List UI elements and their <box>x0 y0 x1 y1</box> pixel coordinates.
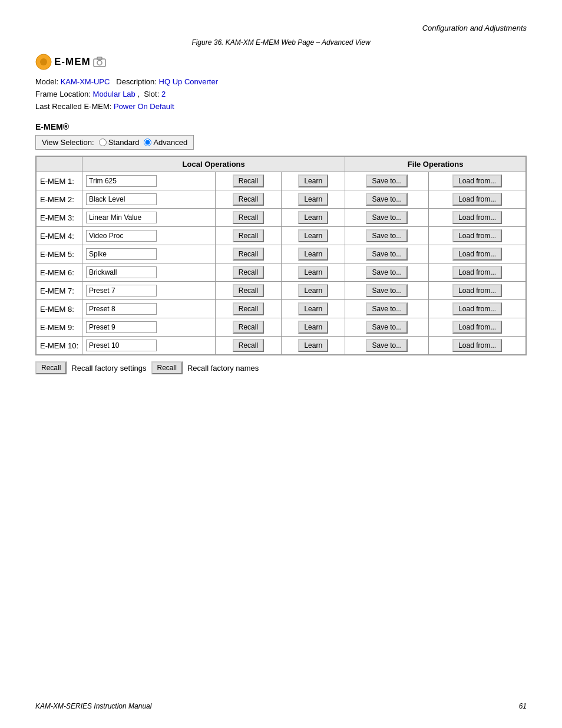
learn-cell-10[interactable]: Learn <box>282 337 345 355</box>
save-button-5[interactable]: Save to... <box>366 248 408 261</box>
learn-button-7[interactable]: Learn <box>298 284 328 297</box>
learn-cell-9[interactable]: Learn <box>282 318 345 337</box>
save-button-9[interactable]: Save to... <box>366 321 408 334</box>
emem-name-cell-4[interactable] <box>82 227 216 245</box>
recall-factory-settings-button[interactable]: Recall <box>35 361 67 374</box>
learn-button-8[interactable]: Learn <box>298 302 328 315</box>
load-cell-8[interactable]: Load from... <box>429 300 526 318</box>
load-cell-7[interactable]: Load from... <box>429 282 526 300</box>
recall-button-5[interactable]: Recall <box>233 248 264 261</box>
emem-name-cell-2[interactable] <box>82 190 216 209</box>
save-cell-1[interactable]: Save to... <box>345 172 429 190</box>
emem-name-input-7[interactable] <box>86 285 157 297</box>
radio-advanced[interactable]: Advanced <box>144 138 187 147</box>
load-button-9[interactable]: Load from... <box>452 321 502 334</box>
recall-button-8[interactable]: Recall <box>233 302 264 315</box>
emem-name-input-4[interactable] <box>86 230 157 242</box>
learn-cell-5[interactable]: Learn <box>282 245 345 263</box>
learn-cell-4[interactable]: Learn <box>282 227 345 245</box>
emem-name-cell-5[interactable] <box>82 245 216 263</box>
load-cell-6[interactable]: Load from... <box>429 263 526 282</box>
load-cell-5[interactable]: Load from... <box>429 245 526 263</box>
recall-button-2[interactable]: Recall <box>233 193 264 206</box>
recall-cell-2[interactable]: Recall <box>215 190 282 209</box>
emem-name-input-8[interactable] <box>86 303 157 315</box>
learn-button-5[interactable]: Learn <box>298 248 328 261</box>
learn-button-9[interactable]: Learn <box>298 321 328 334</box>
learn-cell-8[interactable]: Learn <box>282 300 345 318</box>
recall-button-10[interactable]: Recall <box>233 339 264 352</box>
emem-name-cell-8[interactable] <box>82 300 216 318</box>
save-button-6[interactable]: Save to... <box>366 266 408 279</box>
recall-cell-9[interactable]: Recall <box>215 318 282 337</box>
recall-cell-10[interactable]: Recall <box>215 337 282 355</box>
learn-cell-2[interactable]: Learn <box>282 190 345 209</box>
save-cell-7[interactable]: Save to... <box>345 282 429 300</box>
learn-cell-7[interactable]: Learn <box>282 282 345 300</box>
save-cell-3[interactable]: Save to... <box>345 209 429 227</box>
save-button-8[interactable]: Save to... <box>366 302 408 315</box>
emem-name-cell-6[interactable] <box>82 263 216 282</box>
save-cell-5[interactable]: Save to... <box>345 245 429 263</box>
recall-cell-5[interactable]: Recall <box>215 245 282 263</box>
load-button-4[interactable]: Load from... <box>452 229 502 242</box>
recall-button-7[interactable]: Recall <box>233 284 264 297</box>
emem-name-input-9[interactable] <box>86 321 157 333</box>
recall-cell-4[interactable]: Recall <box>215 227 282 245</box>
save-cell-2[interactable]: Save to... <box>345 190 429 209</box>
learn-cell-3[interactable]: Learn <box>282 209 345 227</box>
recall-cell-6[interactable]: Recall <box>215 263 282 282</box>
save-button-10[interactable]: Save to... <box>366 339 408 352</box>
load-cell-2[interactable]: Load from... <box>429 190 526 209</box>
emem-name-input-5[interactable] <box>86 248 157 260</box>
recall-cell-8[interactable]: Recall <box>215 300 282 318</box>
save-button-1[interactable]: Save to... <box>366 174 408 187</box>
load-button-3[interactable]: Load from... <box>452 211 502 224</box>
emem-name-input-1[interactable] <box>86 175 157 187</box>
learn-cell-6[interactable]: Learn <box>282 263 345 282</box>
emem-name-input-10[interactable] <box>86 340 157 351</box>
emem-name-cell-3[interactable] <box>82 209 216 227</box>
recall-button-3[interactable]: Recall <box>233 211 264 224</box>
load-cell-9[interactable]: Load from... <box>429 318 526 337</box>
save-cell-9[interactable]: Save to... <box>345 318 429 337</box>
save-button-4[interactable]: Save to... <box>366 229 408 242</box>
recall-cell-1[interactable]: Recall <box>215 172 282 190</box>
recall-cell-3[interactable]: Recall <box>215 209 282 227</box>
recall-button-1[interactable]: Recall <box>233 174 264 187</box>
load-cell-1[interactable]: Load from... <box>429 172 526 190</box>
recall-button-4[interactable]: Recall <box>233 229 264 242</box>
load-button-10[interactable]: Load from... <box>452 339 502 352</box>
save-cell-10[interactable]: Save to... <box>345 337 429 355</box>
save-cell-8[interactable]: Save to... <box>345 300 429 318</box>
load-cell-10[interactable]: Load from... <box>429 337 526 355</box>
emem-name-cell-1[interactable] <box>82 172 216 190</box>
learn-cell-1[interactable]: Learn <box>282 172 345 190</box>
learn-button-6[interactable]: Learn <box>298 266 328 279</box>
load-cell-4[interactable]: Load from... <box>429 227 526 245</box>
save-button-2[interactable]: Save to... <box>366 193 408 206</box>
radio-advanced-input[interactable] <box>144 139 151 146</box>
save-cell-6[interactable]: Save to... <box>345 263 429 282</box>
load-button-5[interactable]: Load from... <box>452 248 502 261</box>
load-button-1[interactable]: Load from... <box>452 174 502 187</box>
load-button-8[interactable]: Load from... <box>452 302 502 315</box>
learn-button-1[interactable]: Learn <box>298 174 328 187</box>
learn-button-3[interactable]: Learn <box>298 211 328 224</box>
emem-name-cell-9[interactable] <box>82 318 216 337</box>
load-button-7[interactable]: Load from... <box>452 284 502 297</box>
recall-cell-7[interactable]: Recall <box>215 282 282 300</box>
load-button-6[interactable]: Load from... <box>452 266 502 279</box>
radio-standard[interactable]: Standard <box>99 138 140 147</box>
emem-name-cell-10[interactable] <box>82 337 216 355</box>
load-button-2[interactable]: Load from... <box>452 193 502 206</box>
learn-button-2[interactable]: Learn <box>298 193 328 206</box>
radio-standard-input[interactable] <box>99 139 107 146</box>
learn-button-4[interactable]: Learn <box>298 229 328 242</box>
save-button-7[interactable]: Save to... <box>366 284 408 297</box>
emem-name-cell-7[interactable] <box>82 282 216 300</box>
emem-name-input-2[interactable] <box>86 193 157 205</box>
load-cell-3[interactable]: Load from... <box>429 209 526 227</box>
emem-name-input-3[interactable] <box>86 212 157 223</box>
emem-name-input-6[interactable] <box>86 266 157 278</box>
